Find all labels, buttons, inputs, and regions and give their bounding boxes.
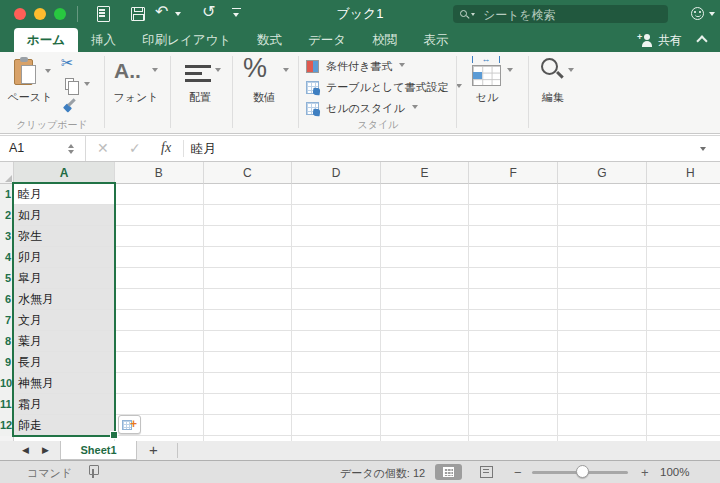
minimize-window-button[interactable]: [34, 8, 46, 20]
number-format-icon[interactable]: %: [243, 53, 267, 84]
column-header-C[interactable]: C: [204, 162, 293, 184]
cell-A4[interactable]: 卯月: [14, 247, 114, 267]
tab-data[interactable]: データ: [295, 28, 359, 52]
feedback-dropdown-icon[interactable]: [709, 12, 715, 19]
font-dropdown-icon[interactable]: [152, 68, 158, 75]
column-header-H[interactable]: H: [647, 162, 720, 184]
collapse-ribbon-icon[interactable]: [696, 35, 707, 46]
editing-dropdown-icon[interactable]: [568, 68, 574, 75]
sheet-tab-sheet1[interactable]: Sheet1: [60, 441, 137, 460]
feedback-smiley-icon[interactable]: [691, 7, 704, 20]
cell-A5[interactable]: 皐月: [14, 268, 114, 288]
cell-A3[interactable]: 弥生: [14, 226, 114, 246]
row-header-3[interactable]: 3: [0, 226, 14, 247]
page-layout-view-button[interactable]: [477, 464, 497, 480]
prev-sheet-icon[interactable]: ◀: [22, 445, 29, 455]
find-icon[interactable]: [541, 58, 558, 75]
name-box[interactable]: A1: [0, 136, 86, 161]
paste-dropdown-icon[interactable]: [45, 69, 51, 76]
cells-group-label[interactable]: セル: [462, 90, 512, 104]
clipboard-group-label: クリップボード: [0, 118, 104, 130]
row-header-10[interactable]: 10: [0, 373, 14, 394]
new-workbook-icon[interactable]: [97, 6, 110, 22]
editing-group-label[interactable]: 編集: [528, 90, 578, 104]
undo-dropdown-icon[interactable]: [175, 12, 181, 19]
tab-review[interactable]: 校閲: [359, 28, 410, 52]
cell-A12[interactable]: 師走: [14, 415, 114, 435]
cells-icon[interactable]: ↔: [470, 56, 504, 88]
number-dropdown-icon[interactable]: [283, 68, 289, 75]
zoom-out-button[interactable]: −: [514, 465, 522, 480]
save-icon[interactable]: [131, 7, 145, 21]
name-box-stepper[interactable]: [68, 141, 76, 156]
toolbar-overflow-icon[interactable]: [232, 8, 241, 9]
alignment-icon[interactable]: [185, 65, 211, 83]
zoom-slider-thumb[interactable]: [576, 465, 589, 478]
font-icon[interactable]: A..: [114, 59, 141, 83]
cell-A1[interactable]: 睦月: [14, 184, 114, 204]
column-header-F[interactable]: F: [469, 162, 558, 184]
share-button[interactable]: + 共有: [640, 28, 682, 52]
copy-dropdown-icon[interactable]: [84, 82, 90, 89]
alignment-dropdown-icon[interactable]: [215, 68, 221, 75]
row-header-5[interactable]: 5: [0, 268, 14, 289]
column-header-D[interactable]: D: [292, 162, 381, 184]
alignment-group-label[interactable]: 配置: [170, 90, 230, 104]
insert-function-icon[interactable]: fx: [161, 140, 171, 156]
column-header-B[interactable]: B: [115, 162, 204, 184]
cell-A6[interactable]: 水無月: [14, 289, 114, 309]
cell-A7[interactable]: 文月: [14, 310, 114, 330]
number-group-label[interactable]: 数値: [234, 90, 294, 104]
redo-icon[interactable]: ↺: [202, 4, 215, 20]
row-header-1[interactable]: 1: [0, 184, 14, 205]
cells-dropdown-icon[interactable]: [507, 68, 513, 75]
conditional-formatting-button[interactable]: 条件付き書式: [306, 56, 405, 76]
tab-formulas[interactable]: 数式: [244, 28, 295, 52]
row-header-11[interactable]: 11: [0, 394, 14, 415]
undo-icon[interactable]: ↶: [155, 4, 168, 20]
row-header-13[interactable]: [0, 436, 14, 441]
cell-A11[interactable]: 霜月: [14, 394, 114, 414]
row-header-12[interactable]: 12: [0, 415, 14, 436]
paste-label[interactable]: ペースト: [0, 90, 60, 104]
paste-button[interactable]: [14, 57, 38, 87]
row-header-9[interactable]: 9: [0, 352, 14, 373]
row-header-8[interactable]: 8: [0, 331, 14, 352]
cell-A8[interactable]: 葉月: [14, 331, 114, 351]
cell-A9[interactable]: 長月: [14, 352, 114, 372]
fill-handle[interactable]: [110, 431, 118, 439]
normal-view-button[interactable]: [435, 464, 462, 480]
next-sheet-icon[interactable]: ▶: [42, 445, 49, 455]
tab-page-layout[interactable]: 印刷レイアウト: [129, 28, 244, 52]
search-input[interactable]: シートを検索: [453, 5, 668, 23]
maximize-window-button[interactable]: [54, 8, 66, 20]
add-sheet-button[interactable]: +: [137, 441, 170, 460]
row-header-2[interactable]: 2: [0, 205, 14, 226]
column-header-E[interactable]: E: [381, 162, 470, 184]
close-window-button[interactable]: [14, 8, 26, 20]
tab-view[interactable]: 表示: [410, 28, 461, 52]
cell-A10[interactable]: 神無月: [14, 373, 114, 393]
copy-icon[interactable]: [65, 78, 74, 90]
row-header-7[interactable]: 7: [0, 310, 14, 331]
font-group-label[interactable]: フォント: [106, 90, 166, 104]
column-header-A[interactable]: A: [14, 162, 115, 184]
row-header-4[interactable]: 4: [0, 247, 14, 268]
format-as-table-button[interactable]: テーブルとして書式設定: [306, 77, 462, 97]
tab-insert[interactable]: 挿入: [78, 28, 129, 52]
search-scope-chevron-icon[interactable]: [471, 13, 475, 18]
cell-styles-button[interactable]: セルのスタイル: [306, 98, 418, 118]
cell-A2[interactable]: 如月: [14, 205, 114, 225]
tab-home[interactable]: ホーム: [14, 28, 78, 52]
row-header-6[interactable]: 6: [0, 289, 14, 310]
column-header-G[interactable]: G: [558, 162, 647, 184]
formula-bar-input[interactable]: 睦月: [191, 141, 216, 158]
autofill-options-button[interactable]: +: [118, 415, 141, 434]
cut-icon[interactable]: ✂: [61, 54, 74, 72]
cancel-icon[interactable]: ✕: [97, 140, 109, 156]
format-painter-icon[interactable]: [63, 99, 77, 113]
select-all-corner[interactable]: [0, 162, 14, 184]
expand-formula-bar-icon[interactable]: [700, 147, 706, 154]
enter-icon[interactable]: ✓: [129, 140, 141, 156]
zoom-in-button[interactable]: +: [641, 465, 649, 480]
